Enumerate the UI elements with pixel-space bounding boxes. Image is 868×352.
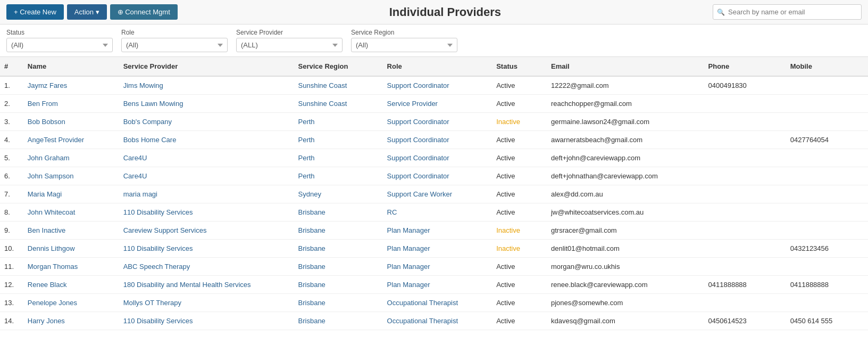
role-value: Service Provider (387, 100, 438, 108)
name-link[interactable]: Renee Black (28, 281, 67, 289)
cell-role: Plan Manager (383, 258, 493, 276)
cell-sp: 110 Disability Services (119, 203, 294, 222)
cell-phone (704, 258, 786, 276)
table-row: 14. Harry Jones 110 Disability Services … (0, 312, 868, 330)
cell-role: Service Provider (383, 95, 493, 113)
cell-phone (704, 240, 786, 258)
name-link[interactable]: Harry Jones (28, 317, 65, 325)
name-link[interactable]: Maria Magi (28, 190, 62, 198)
sr-value: Perth (298, 154, 315, 162)
sp-link[interactable]: maria magi (123, 190, 157, 198)
cell-role: Support Coordinator (383, 113, 493, 131)
sp-link[interactable]: Care4U (123, 172, 147, 180)
role-value: Support Care Worker (387, 190, 453, 198)
cell-status: Inactive (492, 240, 547, 258)
cell-email: reachchopper@gmail.com (547, 95, 704, 113)
sp-link[interactable]: Mollys OT Therapy (123, 299, 181, 307)
create-new-button[interactable]: + Create New (6, 4, 64, 20)
col-header-email: Email (547, 57, 704, 76)
role-value: Support Coordinator (387, 154, 449, 162)
cell-num: 1. (0, 76, 23, 95)
role-filter-label: Role (121, 29, 228, 36)
role-value: Plan Manager (387, 226, 430, 234)
name-link[interactable]: Bob Bobson (28, 118, 65, 126)
cell-sp: maria magi (119, 185, 294, 203)
name-link[interactable]: Jaymz Fares (28, 81, 67, 89)
sp-link[interactable]: Bobs Home Care (123, 136, 177, 144)
cell-phone (704, 167, 786, 185)
sp-link[interactable]: 180 Disability and Mental Health Service… (123, 281, 251, 289)
cell-sp: Care4U (119, 149, 294, 167)
connect-mgmt-button[interactable]: ⊕ Connect Mgmt (110, 4, 178, 20)
name-link[interactable]: Penelope Jones (28, 299, 77, 307)
cell-sr: Perth (294, 167, 383, 185)
cell-email: alex@dd.com.au (547, 185, 704, 203)
sr-filter-select[interactable]: (All) (351, 38, 457, 52)
cell-email: germaine.lawson24@gmail.com (547, 113, 704, 131)
cell-role: Support Coordinator (383, 131, 493, 149)
cell-num: 6. (0, 167, 23, 185)
cell-phone: 0400491830 (704, 76, 786, 95)
search-input[interactable] (713, 4, 862, 20)
name-link[interactable]: Dennis Lithgow (28, 244, 75, 252)
role-filter-select[interactable]: (All) (121, 38, 228, 52)
action-button[interactable]: Action ▾ (67, 4, 107, 20)
status-filter-select[interactable]: (All) (6, 38, 113, 52)
cell-mobile (786, 167, 868, 185)
sr-value: Brisbane (298, 299, 326, 307)
cell-phone (704, 113, 786, 131)
name-link[interactable]: John Sampson (28, 172, 74, 180)
sp-link[interactable]: Jims Mowing (123, 81, 163, 89)
cell-sp: 110 Disability Services (119, 312, 294, 330)
cell-sp: Care4U (119, 167, 294, 185)
providers-table: # Name Service Provider Service Region R… (0, 57, 868, 330)
table-row: 11. Morgan Thomas ABC Speech Therapy Bri… (0, 258, 868, 276)
cell-name: Bob Bobson (23, 113, 119, 131)
cell-email: morgan@wru.co.ukhis (547, 258, 704, 276)
col-header-mobile: Mobile (786, 57, 868, 76)
name-link[interactable]: Ben From (28, 100, 58, 108)
cell-mobile (786, 185, 868, 203)
sp-link[interactable]: Bob's Company (123, 118, 172, 126)
sp-link[interactable]: 110 Disability Services (123, 208, 193, 216)
role-value: Support Coordinator (387, 118, 449, 126)
cell-phone (704, 203, 786, 222)
cell-num: 4. (0, 131, 23, 149)
cell-email: kdavesq@gmail.com (547, 312, 704, 330)
sp-link[interactable]: Care4U (123, 154, 147, 162)
role-value: Support Coordinator (387, 172, 449, 180)
cell-sr: Perth (294, 149, 383, 167)
sp-filter-select[interactable]: (ALL) (236, 38, 343, 52)
name-link[interactable]: Morgan Thomas (28, 263, 78, 271)
sp-link[interactable]: Bens Lawn Mowing (123, 100, 183, 108)
cell-sp: ABC Speech Therapy (119, 258, 294, 276)
sr-value: Perth (298, 118, 315, 126)
cell-sr: Brisbane (294, 276, 383, 294)
role-value: Support Coordinator (387, 136, 449, 144)
status-filter-label: Status (6, 29, 113, 36)
cell-sr: Brisbane (294, 258, 383, 276)
role-value: Occupational Therapist (387, 317, 458, 325)
cell-mobile (786, 203, 868, 222)
sp-link[interactable]: Careview Support Services (123, 226, 207, 234)
name-link[interactable]: John Graham (28, 154, 70, 162)
sp-link[interactable]: 110 Disability Services (123, 244, 193, 252)
cell-status: Active (492, 312, 547, 330)
name-link[interactable]: Ben Inactive (28, 226, 66, 234)
cell-sp: Careview Support Services (119, 222, 294, 240)
sp-link[interactable]: ABC Speech Therapy (123, 263, 190, 271)
table-row: 1. Jaymz Fares Jims Mowing Sunshine Coas… (0, 76, 868, 95)
cell-mobile (786, 294, 868, 312)
name-link[interactable]: John Whitecoat (28, 208, 76, 216)
table-row: 10. Dennis Lithgow 110 Disability Servic… (0, 240, 868, 258)
table-row: 2. Ben From Bens Lawn Mowing Sunshine Co… (0, 95, 868, 113)
name-link[interactable]: AngeTest Provider (28, 136, 84, 144)
cell-sr: Perth (294, 113, 383, 131)
cell-num: 3. (0, 113, 23, 131)
sp-link[interactable]: 110 Disability Services (123, 317, 193, 325)
cell-status: Active (492, 76, 547, 95)
sr-filter-group: Service Region (All) (351, 29, 457, 52)
cell-email: deft+johnathan@careviewapp.com (547, 167, 704, 185)
cell-num: 12. (0, 276, 23, 294)
table-row: 13. Penelope Jones Mollys OT Therapy Bri… (0, 294, 868, 312)
